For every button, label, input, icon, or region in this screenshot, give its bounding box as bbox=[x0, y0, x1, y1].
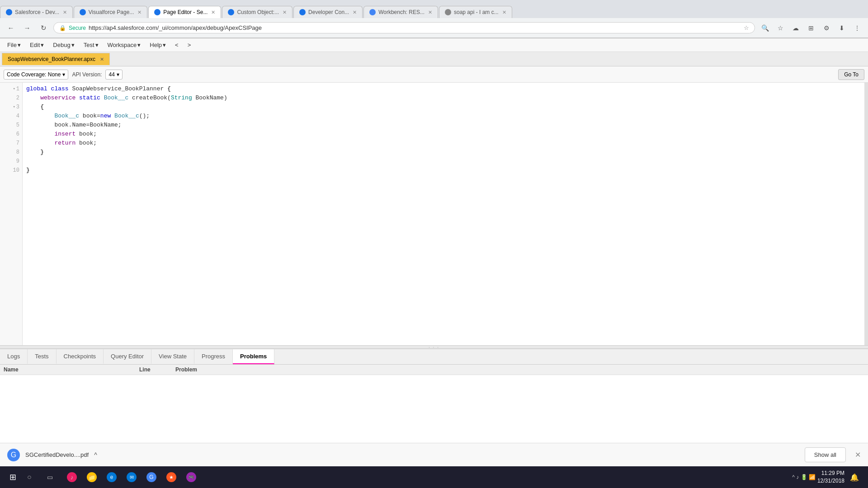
more-icon[interactable]: ⋮ bbox=[851, 22, 863, 34]
back-button[interactable]: ← bbox=[5, 22, 17, 34]
cloud-icon[interactable]: ☁ bbox=[789, 22, 802, 34]
code-editor[interactable]: ▾12▾345678910 global class SoapWebservic… bbox=[0, 83, 868, 345]
menu-test[interactable]: Test ▾ bbox=[80, 40, 102, 50]
download-expand-arrow[interactable]: ^ bbox=[94, 451, 97, 459]
browser-tab-1[interactable]: Salesforce - Dev... ✕ bbox=[0, 6, 73, 18]
download-filename: SGCertifiedDevelo....pdf bbox=[25, 451, 89, 458]
tab-label-2: Visualforce Page... bbox=[89, 9, 134, 15]
show-all-button[interactable]: Show all bbox=[805, 447, 846, 462]
menu-forward[interactable]: > bbox=[184, 40, 195, 50]
bottom-panel: LogsTestsCheckpointsQuery EditorView Sta… bbox=[0, 349, 868, 443]
tab-close-3[interactable]: ✕ bbox=[211, 9, 215, 15]
bottom-tab-query_editor[interactable]: Query Editor bbox=[104, 349, 151, 364]
menu-help[interactable]: Help ▾ bbox=[146, 40, 170, 50]
bottom-tab-tests[interactable]: Tests bbox=[28, 349, 56, 364]
tab-close-4[interactable]: ✕ bbox=[283, 9, 287, 15]
line-number: 5 bbox=[0, 121, 22, 130]
download-bar: G SGCertifiedDevelo....pdf ^ Show all ✕ bbox=[0, 443, 868, 466]
download-icon[interactable]: ⬇ bbox=[835, 22, 848, 34]
col-problem-header: Problem bbox=[175, 366, 864, 373]
taskbar-outlook[interactable]: ✉ bbox=[123, 469, 141, 485]
secure-label: Secure bbox=[69, 25, 86, 31]
browser-toolbar-icons: 🔍 ☆ ☁ ⊞ ⚙ ⬇ ⋮ bbox=[759, 22, 863, 34]
taskbar: ⊞ ○ ▭ ♪ 📁 e ✉ G ★ 🎮 ^ ♪ 🔋 📶 11:29 PM 12/… bbox=[0, 466, 868, 488]
api-version-dropdown[interactable]: 44 ▾ bbox=[105, 70, 122, 80]
notification-button[interactable]: 🔔 bbox=[846, 469, 864, 485]
browser-tab-5[interactable]: Developer Con... ✕ bbox=[293, 6, 363, 18]
tab-close-7[interactable]: ✕ bbox=[502, 9, 506, 15]
code-line: webservice static Book__c createBook(Str… bbox=[26, 94, 864, 103]
address-box[interactable]: 🔒 Secure https://ap4.salesforce.com/_ui/… bbox=[53, 22, 755, 33]
menu-debug[interactable]: Debug ▾ bbox=[49, 40, 78, 50]
code-coverage-label: Code Coverage: None bbox=[7, 71, 61, 78]
menu-edit[interactable]: Edit ▾ bbox=[26, 40, 47, 50]
line-numbers: ▾12▾345678910 bbox=[0, 83, 23, 345]
tab-favicon-2 bbox=[80, 9, 86, 15]
tray-icons: ^ ♪ 🔋 📶 bbox=[792, 474, 816, 480]
star-icon[interactable]: ☆ bbox=[744, 24, 749, 31]
goto-button[interactable]: Go To bbox=[838, 69, 864, 80]
editor-file-tab-bar: SoapWebservice_BookPlanner.apxc ✕ bbox=[0, 52, 868, 66]
editor-file-name: SoapWebservice_BookPlanner.apxc bbox=[8, 56, 95, 62]
editor-file-close[interactable]: ✕ bbox=[100, 56, 104, 62]
tab-close-1[interactable]: ✕ bbox=[63, 9, 67, 15]
taskbar-edge[interactable]: e bbox=[103, 469, 121, 485]
tab-close-6[interactable]: ✕ bbox=[428, 9, 432, 15]
tab-favicon-4 bbox=[228, 9, 234, 15]
code-line: book.Name=BookName; bbox=[26, 121, 864, 130]
tab-favicon-1 bbox=[6, 9, 12, 15]
tab-label-6: Workbench: RES... bbox=[378, 9, 425, 15]
editor-file-tab[interactable]: SoapWebservice_BookPlanner.apxc ✕ bbox=[2, 53, 110, 65]
tab-label-3: Page Editor - Se... bbox=[163, 9, 208, 15]
code-line: { bbox=[26, 103, 864, 112]
browser-tab-3[interactable]: Page Editor - Se... ✕ bbox=[148, 6, 221, 18]
line-number: 2 bbox=[0, 94, 22, 103]
tab-close-5[interactable]: ✕ bbox=[353, 9, 357, 15]
bottom-tab-checkpoints[interactable]: Checkpoints bbox=[57, 349, 104, 364]
bottom-tab-progress[interactable]: Progress bbox=[194, 349, 233, 364]
tab-close-2[interactable]: ✕ bbox=[137, 9, 142, 15]
bottom-tabs: LogsTestsCheckpointsQuery EditorView Sta… bbox=[0, 349, 868, 365]
taskbar-task-view[interactable]: ▭ bbox=[43, 469, 61, 485]
taskbar-explorer[interactable]: 📁 bbox=[83, 469, 101, 485]
clock-date: 12/31/2018 bbox=[817, 477, 844, 485]
taskbar-search[interactable]: ○ bbox=[24, 469, 42, 485]
app-menubar: File ▾ Edit ▾ Debug ▾ Test ▾ Workspace ▾… bbox=[0, 38, 868, 52]
bottom-tab-view_state[interactable]: View State bbox=[151, 349, 194, 364]
taskbar-music[interactable]: ♪ bbox=[63, 469, 81, 485]
bookmark-icon[interactable]: ☆ bbox=[774, 22, 787, 34]
tab-favicon-3 bbox=[154, 9, 160, 15]
menu-back[interactable]: < bbox=[171, 40, 182, 50]
bottom-tab-logs[interactable]: Logs bbox=[0, 349, 28, 364]
code-line: return book; bbox=[26, 139, 864, 148]
browser-tab-2[interactable]: Visualforce Page... ✕ bbox=[74, 6, 148, 18]
line-number: ▾1 bbox=[0, 84, 22, 94]
bottom-tab-problems[interactable]: Problems bbox=[233, 349, 274, 364]
search-icon[interactable]: 🔍 bbox=[759, 22, 771, 34]
windows-icon[interactable]: ⊞ bbox=[805, 22, 817, 34]
browser-tab-bar: Salesforce - Dev... ✕ Visualforce Page..… bbox=[0, 0, 868, 18]
taskbar-app2[interactable]: 🎮 bbox=[183, 469, 201, 485]
code-line: Book__c book=new Book__c(); bbox=[26, 112, 864, 121]
code-coverage-dropdown[interactable]: Code Coverage: None ▾ bbox=[4, 70, 68, 80]
download-close-button[interactable]: ✕ bbox=[855, 450, 861, 459]
menu-file[interactable]: File ▾ bbox=[4, 40, 24, 50]
forward-button[interactable]: → bbox=[21, 22, 33, 34]
line-number: 6 bbox=[0, 130, 22, 139]
api-version-value: 44 bbox=[108, 71, 114, 78]
browser-tab-7[interactable]: soap api - I am c... ✕ bbox=[439, 6, 512, 18]
taskbar-chrome[interactable]: G bbox=[143, 469, 161, 485]
refresh-button[interactable]: ↻ bbox=[37, 22, 50, 34]
code-line: global class SoapWebservice_BookPlanner … bbox=[26, 84, 864, 94]
taskbar-clock: 11:29 PM 12/31/2018 bbox=[817, 469, 844, 485]
line-number: 4 bbox=[0, 112, 22, 121]
start-button[interactable]: ⊞ bbox=[4, 468, 22, 486]
browser-tab-6[interactable]: Workbench: RES... ✕ bbox=[363, 6, 438, 18]
editor-toolbar: Code Coverage: None ▾ API Version: 44 ▾ … bbox=[0, 66, 868, 83]
code-content[interactable]: global class SoapWebservice_BookPlanner … bbox=[23, 83, 868, 345]
panel-splitter[interactable]: · · · bbox=[0, 345, 868, 349]
taskbar-app1[interactable]: ★ bbox=[163, 469, 181, 485]
settings-icon[interactable]: ⚙ bbox=[820, 22, 833, 34]
menu-workspace[interactable]: Workspace ▾ bbox=[104, 40, 145, 50]
browser-tab-4[interactable]: Custom Object:... ✕ bbox=[222, 6, 292, 18]
